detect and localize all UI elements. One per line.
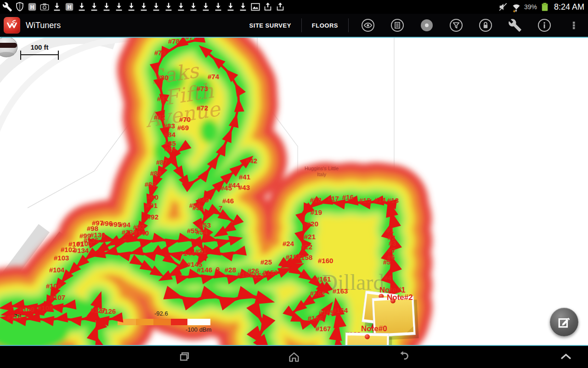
waypoint-label: #103 [54,254,69,262]
waypoint-label: #166 [308,314,323,322]
download-icon [126,1,137,12]
download-icon [188,1,199,12]
waypoint-label: #106 [46,282,61,290]
waypoint-label: #31 [195,247,207,255]
waypoint-label: #54 [196,228,208,236]
waypoint-label: #20 [307,220,318,228]
waypoint-label: #73 [197,85,208,92]
report-icon[interactable] [390,18,404,33]
legend-gradient-segment [187,319,210,325]
battery-icon [539,1,550,12]
waypoint-label: #92 [147,213,158,221]
waypoint-label: #1 [386,226,394,234]
download-icon [151,1,162,12]
waypoint-label: #153 [263,269,278,276]
recents-button[interactable] [169,349,198,365]
menu-site-survey[interactable]: SITE SURVEY [239,14,301,37]
waypoint-label: #94 [119,221,131,229]
chevron-up-icon[interactable] [551,349,581,365]
legend-current-value: -92.6 [154,310,168,317]
download-icon [89,1,100,12]
clock: 8:24 AM [554,2,584,12]
waypoint-label: #158 [297,253,312,261]
edit-fab[interactable] [550,308,578,336]
waypoint-label: #164 [333,306,348,314]
menu-floors[interactable]: FLOORS [302,14,348,37]
upload-icon [275,1,286,12]
waypoint-label: #78 [168,37,180,45]
waypoint-label: #162 [310,289,325,297]
download-icon [113,1,124,12]
waypoint-label: #25 [260,258,272,266]
legend-gradient-segment [171,319,187,325]
back-button[interactable] [390,349,419,365]
note-label[interactable]: Note#2 [387,293,413,302]
note-label[interactable]: Note#0 [361,324,387,333]
action-menu: SITE SURVEYFLOORS [239,14,349,37]
map-canvas[interactable]: SaksFifthAvenueDillard'sHuggins's Little… [0,37,588,346]
h-badge-icon: H [27,1,38,12]
tablet-screen: HH 39% 8:24 AM WiTuners SITE SURVEYFLOOR… [0,0,588,368]
waypoint-label: #45 [220,184,232,192]
record-icon[interactable] [419,18,434,33]
waypoint-label: #79 [154,49,166,57]
waypoint-label: #72 [197,104,208,112]
download-icon [101,1,112,12]
photo-icon [250,1,261,12]
visibility-icon[interactable] [361,18,375,33]
download-icon [175,1,187,12]
store-label: Italy [317,172,327,177]
app-logo-icon[interactable] [4,17,20,34]
download-icon [51,1,62,12]
waypoint-label: #24 [283,240,294,247]
legend-gradient-segment [136,319,153,325]
legend-gradient-segment [153,319,171,325]
scale-label: 100 ft [30,43,48,51]
upload-icon [262,1,273,12]
waypoint-label: #126 [101,307,116,315]
shield-icon [14,1,25,12]
legend-min-label: -100 dBm [186,326,211,333]
tools-icon[interactable] [508,18,522,33]
waypoint-label: #134 [74,247,89,254]
volume-muted-icon [498,1,509,12]
download-icon [225,1,236,12]
note-sticky[interactable] [345,333,392,346]
waypoint-label: #144 [180,249,195,257]
waypoint-label: #163 [333,287,348,295]
svg-text:H: H [30,4,34,11]
waypoint-label: #46 [222,197,234,205]
overflow-icon[interactable] [566,18,581,33]
waypoint-label: #89 [145,180,156,188]
camera-icon [39,1,50,12]
waypoint-label: #160 [318,257,333,264]
waypoint-label: #146 [197,266,212,274]
waypoint-label: #16 [342,193,354,201]
waypoint-label: #81 [157,95,169,103]
waypoint-label: #83 [164,122,175,130]
waypoint-label: #43 [238,184,250,191]
waypoint-label: #74 [208,73,220,80]
waypoint-label: #42 [246,157,257,165]
lock-icon[interactable] [478,18,492,33]
waypoint-label: #108 [38,304,53,312]
waypoint-label: #86 [164,145,176,153]
waypoint-label: #4 [384,274,392,282]
heatmap-svg[interactable]: SaksFifthAvenueDillard'sHuggins's Little… [0,37,588,346]
waypoint-label: #69 [177,124,189,132]
svg-text:H: H [68,4,72,11]
toolbar-icons [349,18,588,33]
h-badge-icon: H [64,1,75,12]
filter-icon[interactable] [449,18,463,33]
download-icon [237,1,249,12]
home-button[interactable] [279,349,309,365]
download-icon [213,1,224,12]
waypoint-label: 7 [219,204,222,212]
info-icon[interactable] [537,18,551,33]
waypoint-label: #22 [301,243,312,251]
waypoint-label: #91 [146,201,158,209]
waypoint-label: #19 [311,208,322,216]
waypoint-label: #28 [225,266,236,274]
waypoint-label: #167 [316,325,331,333]
waypoint-label: #51 [192,204,204,212]
